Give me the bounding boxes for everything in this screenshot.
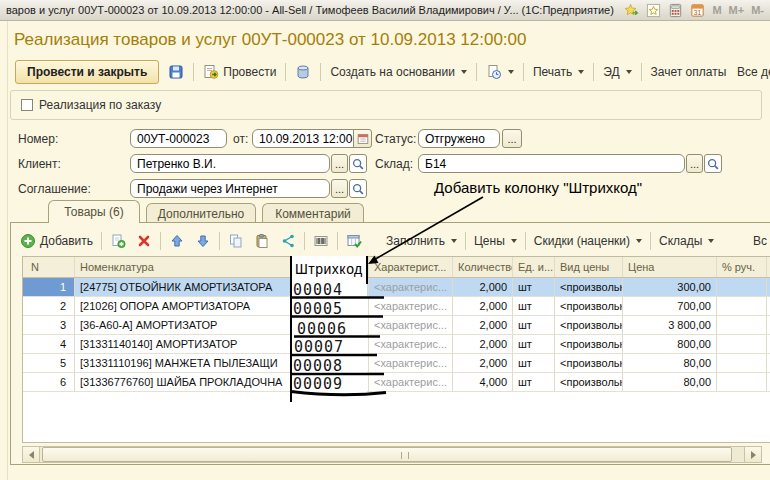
client-select-button[interactable]: ... [331,154,348,173]
separator [304,232,305,250]
tab-comment[interactable]: Комментарий [262,203,364,223]
window-title: варов и услуг 00УТ-000023 от 10.09.2013 … [6,4,614,16]
favorites-icon[interactable] [646,3,661,18]
table-row[interactable]: 3 [36-А60-А] АМОРТИЗАТОР <характерис... … [23,316,770,335]
header-characteristic[interactable]: Характерист... [369,257,453,277]
table-row[interactable]: 5 [31331110196] МАНЖЕТА ПЫЛЕЗАЩИ <характ… [23,354,770,373]
chevron-down-icon [578,70,584,74]
ed-button[interactable]: ЭД [600,63,634,81]
number-field[interactable]: 00УТ-000023 [130,129,227,148]
delete-row-button[interactable] [134,232,154,250]
scroll-left-button[interactable] [23,447,40,462]
calendar-icon[interactable]: 31 [690,3,705,18]
chevron-down-icon [626,70,632,74]
client-field[interactable]: Петренко В.И. [130,154,330,173]
memory-m-button[interactable]: M [712,4,721,16]
status-select-button[interactable]: ... [502,129,522,148]
annotation-barcode: 00009 [293,375,343,393]
horizontal-scrollbar[interactable] [22,446,762,463]
table-row[interactable]: 4 [31331140140] АМОРТИЗАТОР <характерис.… [23,335,770,354]
post-button-label: Провести [223,65,276,79]
cell-n: 3 [23,316,75,334]
window-frame-line [7,21,8,480]
fill-menu-button[interactable]: Заполнить [384,233,459,249]
header-manual-percent[interactable]: % руч. [717,257,767,277]
memory-m-minus-button[interactable]: M- [751,4,764,16]
cell-price-kind: <произвольн... [555,316,623,334]
header-n[interactable]: N [23,257,75,277]
tab-goods[interactable]: Товары (6) [48,200,140,223]
movements-button[interactable] [292,62,314,82]
table-row[interactable]: 1 [24775] ОТБОЙНИК АМОРТИЗАТОРА <характе… [23,278,770,297]
separator [320,63,321,81]
order-checkbox[interactable] [21,99,33,111]
copy-icon [228,233,244,249]
triangle-right-icon [751,451,756,459]
annotation-column-title: Штрихкод [295,261,363,277]
fill-table-button[interactable] [344,232,364,250]
table-row[interactable]: 6 [31336776760] ШАЙБА ПРОКЛАДОЧНА <харак… [23,373,770,392]
scrollbar-thumb[interactable] [42,447,732,462]
cell-manual-percent [717,297,767,315]
annotation-barcode: 00008 [293,357,343,375]
all-actions-button[interactable]: Все де [737,65,770,79]
print-button[interactable]: Печать [530,63,587,81]
cell-n: 2 [23,297,75,315]
date-picker-button[interactable] [353,129,372,148]
arrow-up-icon [169,233,185,249]
agreement-search-button[interactable] [349,179,367,198]
annotation-barcode: 00004 [293,281,343,299]
delete-icon [136,233,152,249]
cell-unit: шт [513,354,555,372]
cell-price: 300,00 [623,278,717,296]
table-row[interactable]: 2 [21026] ОПОРА АМОРТИЗАТОРА <характерис… [23,297,770,316]
client-search-button[interactable] [349,154,367,173]
reports-menu-button[interactable] [483,62,517,82]
copy-button[interactable] [226,232,246,250]
header-quantity[interactable]: Количество [453,257,513,277]
add-row-button[interactable]: Добавить [18,232,95,250]
scroll-right-button[interactable] [744,447,761,462]
triangle-left-icon [29,451,34,459]
status-field[interactable]: Отгружено [418,129,500,148]
cell-price-kind: <произвольн... [555,354,623,372]
discounts-menu-button[interactable]: Скидки (наценки) [532,233,644,249]
move-down-button[interactable] [193,232,213,250]
memory-m-plus-button[interactable]: M+ [729,4,745,16]
post-button[interactable]: Провести [200,62,279,82]
items-all-actions-button[interactable]: Вс [753,234,767,248]
paste-button[interactable] [252,232,272,250]
date-field[interactable]: 10.09.2013 12:00:00 [252,129,354,148]
separator [285,63,286,81]
warehouse-select-button[interactable]: ... [686,154,703,173]
payment-offset-button[interactable]: Зачет оплаты [648,63,730,81]
share-button[interactable] [278,232,298,250]
add-to-favorites-icon[interactable] [624,3,639,18]
cell-quantity: 2,000 [453,316,513,334]
move-up-button[interactable] [167,232,187,250]
cell-characteristic: <характерис... [369,373,453,391]
cell-price: 3 800,00 [623,316,717,334]
chevron-down-icon [508,70,514,74]
cell-n: 5 [23,354,75,372]
header-price[interactable]: Цена [623,257,717,277]
create-on-basis-button[interactable]: Создать на основании [327,63,470,81]
header-price-kind[interactable]: Вид цены [555,257,623,277]
separator [465,232,466,250]
prices-menu-button[interactable]: Цены [472,233,519,249]
header-unit[interactable]: Ед. и... [513,257,555,277]
prices-menu-label: Цены [474,234,505,248]
warehouse-field[interactable]: Б14 [418,154,685,173]
agreement-select-button[interactable]: ... [331,179,348,198]
agreement-field[interactable]: Продажи через Интернет [130,179,330,198]
warehouses-menu-button[interactable]: Склады [657,233,716,249]
copy-row-button[interactable] [108,232,128,250]
save-button[interactable] [165,62,187,82]
tab-additional[interactable]: Дополнительно [146,203,256,223]
separator [101,232,102,250]
cell-quantity: 2,000 [453,335,513,353]
warehouse-search-button[interactable] [704,154,722,173]
calculator-icon[interactable] [668,3,683,18]
post-and-close-button[interactable]: Провести и закрыть [15,60,159,84]
barcode-scanner-button[interactable] [311,232,331,250]
